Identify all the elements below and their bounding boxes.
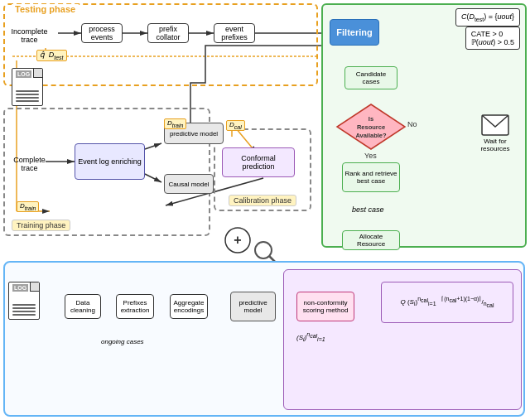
prefix-collator-label: prefix collator <box>150 25 186 41</box>
prefix-collator-box: prefix collator <box>147 23 189 43</box>
wait-section: Wait for resources <box>470 114 520 152</box>
log-doc-bottom: LOG <box>8 282 40 320</box>
non-conformity-box: non-conformity scoring method <box>296 292 354 321</box>
process-events-label: process events <box>84 25 120 41</box>
yes-label: Yes <box>364 152 377 160</box>
log-doc-top: LOG <box>12 68 43 106</box>
predictive-model-top-label: predictive model <box>170 130 218 138</box>
allocate-box: Allocate Resource <box>342 230 400 250</box>
testing-phase-label: Testing phase <box>12 4 79 14</box>
event-log-enriching-label: Event log enriching <box>78 157 142 166</box>
svg-point-24 <box>255 242 272 258</box>
non-conformity-label: non-conformity scoring method <box>299 299 352 314</box>
event-prefixes-box: event prefixes <box>214 23 255 43</box>
aggregate-encodings-box: Aggregate encodings <box>170 294 208 319</box>
main-container: + Prefix log Feature vectors Encoded tra… <box>0 0 530 420</box>
cate-label: CATE > 0 <box>471 30 514 38</box>
filtering-box: Filtering <box>330 19 379 46</box>
resource-diamond: Is Resource Available? <box>335 103 407 151</box>
data-cleaning-label: Data cleaning <box>67 299 99 314</box>
calibration-phase-label: Calibration phase <box>229 195 296 206</box>
d-test-label: q̂ Dtest <box>36 50 67 61</box>
allocate-label: Allocate Resource <box>344 233 398 248</box>
svg-text:Resource: Resource <box>357 123 385 131</box>
cate-box: CATE > 0 ℙ(uout) > 0.5 <box>465 27 520 50</box>
aggregate-encodings-label: Aggregate encodings <box>172 299 205 314</box>
q-formula-label: Q (Si)ncali=1 ⌈(ncal+1)(1−α)⌉/ncal <box>400 296 494 309</box>
svg-text:+: + <box>234 233 241 247</box>
d-train-label-1: Dtrain <box>164 118 186 129</box>
complete-trace-label: Complete trace <box>7 156 52 172</box>
candidate-cases-label: Candidate cases <box>347 70 395 85</box>
data-cleaning-box: Data cleaning <box>65 294 101 319</box>
causal-model-box: Causal model <box>164 174 214 194</box>
predictive-model-bottom-label: predictive model <box>233 299 273 314</box>
training-phase-label: Training phase <box>12 220 70 231</box>
prob-label: ℙ(uout) > 0.5 <box>471 38 514 46</box>
cformula-box: C(Dtest) = {uout} <box>455 8 520 27</box>
svg-text:Available?: Available? <box>355 132 387 139</box>
event-log-enriching-box: Event log enriching <box>75 143 145 180</box>
q-formula-box: Q (Si)ncali=1 ⌈(ncal+1)(1−α)⌉/ncal <box>381 282 513 323</box>
predictive-model-bottom-box: predictive model <box>230 292 276 321</box>
cformula-text: C(Dtest) = {uout} <box>461 12 514 21</box>
d-cal-label: Dcal <box>226 120 245 131</box>
conformal-prediction-label: Conformal prediction <box>224 154 292 171</box>
process-events-box: process events <box>81 23 123 43</box>
ongoing-cases-label: ongoing cases <box>101 338 144 345</box>
filtering-label: Filtering <box>336 27 372 37</box>
no-label: No <box>407 120 417 128</box>
rank-retrieve-label: Rank and retrieve best case <box>344 170 398 185</box>
candidate-cases-box: Candidate cases <box>344 66 398 89</box>
envelope-icon <box>481 114 509 136</box>
si-output-label: (Si)ncali=1 <box>296 331 325 342</box>
wait-label: Wait for resources <box>470 138 520 152</box>
conformal-prediction-box: Conformal prediction <box>222 147 295 177</box>
best-case-label: best case <box>352 205 384 214</box>
incomplete-trace-label: Incomplete trace <box>7 27 52 44</box>
svg-text:Is: Is <box>369 115 373 123</box>
prefixes-extraction-label: Prefixes extraction <box>118 299 152 314</box>
svg-point-22 <box>225 228 250 253</box>
testing-phase-box: Testing phase <box>3 3 318 86</box>
rank-retrieve-box: Rank and retrieve best case <box>342 162 400 192</box>
d-train-label-2: Dtrain <box>17 201 39 212</box>
causal-model-label: Causal model <box>169 181 210 188</box>
prefixes-extraction-box: Prefixes extraction <box>116 294 154 319</box>
event-prefixes-label: event prefixes <box>216 25 253 41</box>
